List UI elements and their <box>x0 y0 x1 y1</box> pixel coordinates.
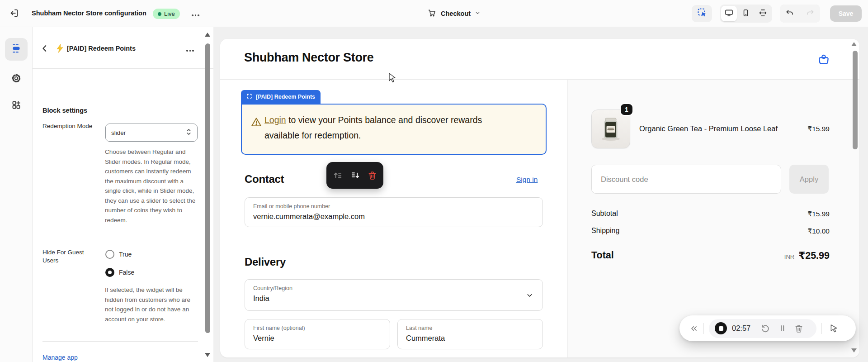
last-name-field[interactable]: Last name Cummerata <box>397 319 543 349</box>
recorder-controls: 02:57 <box>709 319 816 338</box>
hide-guest-label: Hide For Guest Users <box>42 248 99 265</box>
first-name-field[interactable]: First name (optional) Vernie <box>245 319 390 349</box>
select-caret-icon <box>186 128 192 137</box>
total-amount: INR ₹25.99 <box>784 250 830 262</box>
radio-option-true[interactable]: True <box>105 250 132 259</box>
warning-message: Login to view your Points balance and di… <box>264 112 519 143</box>
radio-false-label: False <box>119 269 134 276</box>
email-field[interactable]: Email or mobile phone number vernie.cumm… <box>245 197 543 227</box>
sidebar-item-sections[interactable] <box>5 38 28 61</box>
radio-true-label: True <box>119 251 132 258</box>
section-title: Block settings <box>42 107 87 114</box>
viewport-segmented-control <box>720 5 772 23</box>
divider <box>42 341 198 342</box>
undo-button[interactable] <box>780 5 800 23</box>
apply-discount-button[interactable]: Apply <box>789 165 829 194</box>
panel-scrollbar-thumb[interactable] <box>205 43 210 333</box>
selection-corners-icon <box>246 93 252 100</box>
shipping-value: ₹10.00 <box>807 227 830 235</box>
fullwidth-view-button[interactable] <box>755 6 771 21</box>
email-field-value: vernie.cummerata@example.com <box>253 212 365 221</box>
panel-scrollbar-down[interactable] <box>205 353 210 357</box>
page-selector-label: Checkout <box>441 10 471 17</box>
panel-scroll-area: Block settings Redemption Mode slider Ch… <box>33 69 213 362</box>
sidebar-item-apps[interactable] <box>5 95 28 117</box>
panel-scrollbar-up[interactable] <box>205 33 210 37</box>
country-label: Country/Region <box>253 285 292 291</box>
delete-block-button[interactable] <box>366 170 378 181</box>
radio-option-false[interactable]: False <box>105 268 134 277</box>
ellipsis-icon <box>192 14 199 16</box>
editor-sidebar <box>0 27 33 362</box>
fullwidth-icon <box>758 8 768 19</box>
collapse-toolbar-button[interactable] <box>689 324 698 333</box>
restart-recording-button[interactable] <box>759 322 772 335</box>
shipping-label: Shipping <box>591 227 619 235</box>
login-link[interactable]: Login <box>264 115 286 125</box>
total-label: Total <box>591 250 614 261</box>
warning-message-text: to view your Points balance and discover… <box>264 115 482 140</box>
move-block-down-button[interactable] <box>349 170 361 181</box>
first-name-value: Vernie <box>253 334 274 343</box>
inspector-icon <box>697 7 708 20</box>
pointer-tool-button[interactable] <box>827 322 840 335</box>
pause-recording-button[interactable] <box>775 322 789 335</box>
discount-code-input[interactable] <box>591 165 781 194</box>
topbar-actions: Save <box>692 0 862 27</box>
redemption-mode-label: Redemption Mode <box>42 122 99 130</box>
points-warning-banner: Login to view your Points balance and di… <box>241 104 547 155</box>
last-name-value: Cummerata <box>406 334 445 343</box>
radio-selected-icon <box>105 268 114 277</box>
preview-scrollbar-up[interactable] <box>851 42 857 46</box>
discard-recording-button[interactable] <box>792 322 806 335</box>
block-title: [PAID] Redeem Points <box>67 45 136 52</box>
lightning-icon <box>56 44 64 55</box>
configuration-title: Shubham Nector Store configuration <box>32 10 146 17</box>
save-button[interactable]: Save <box>830 5 862 22</box>
selected-block-badge[interactable]: [PAID] Redeem Points <box>241 90 321 104</box>
recording-timer: 02:57 <box>732 324 755 333</box>
back-button[interactable] <box>40 43 51 54</box>
mobile-view-button[interactable] <box>738 6 754 21</box>
preview-scrollbar-down[interactable] <box>851 348 857 352</box>
divider <box>821 323 822 334</box>
checkout-editor-app: Shubham Nector Store configuration Live … <box>0 0 868 362</box>
stop-recording-button[interactable] <box>715 322 727 334</box>
move-block-up-button[interactable] <box>332 170 344 181</box>
cart-bag-button[interactable] <box>816 52 831 67</box>
desktop-view-button[interactable] <box>721 6 737 21</box>
mobile-icon <box>741 9 750 19</box>
cart-icon <box>427 8 437 19</box>
email-field-label: Email or mobile phone number <box>253 203 330 210</box>
total-value: ₹25.99 <box>798 250 830 262</box>
redo-button[interactable] <box>800 5 820 23</box>
chevron-down-icon <box>475 10 481 18</box>
inspect-mode-button[interactable] <box>692 5 712 22</box>
warning-icon <box>250 116 262 130</box>
topbar-more-menu[interactable] <box>190 13 201 18</box>
redemption-mode-value: slider <box>111 129 126 136</box>
manage-app-link[interactable]: Manage app <box>42 354 78 361</box>
checkout-preview: Shubham Nector Store [PAID] Redeem Point… <box>220 39 859 357</box>
total-currency: INR <box>784 253 794 260</box>
first-name-label: First name (optional) <box>253 325 305 331</box>
block-more-menu[interactable] <box>184 48 196 53</box>
checkout-header: Shubham Nector Store <box>220 39 859 80</box>
store-name: Shubham Nector Store <box>244 51 374 65</box>
preview-scrollbar-thumb[interactable] <box>853 51 858 149</box>
last-name-label: Last name <box>406 325 432 331</box>
redemption-mode-select[interactable]: slider <box>105 124 198 142</box>
country-value: India <box>253 294 269 303</box>
block-action-toolbar <box>326 162 383 189</box>
exit-icon <box>9 8 19 20</box>
gear-icon <box>11 73 22 86</box>
sign-in-link[interactable]: Sign in <box>516 176 538 184</box>
sidebar-item-settings[interactable] <box>5 68 28 90</box>
exit-button[interactable] <box>8 8 21 20</box>
subtotal-value: ₹15.99 <box>807 210 830 218</box>
undo-icon <box>785 8 794 19</box>
page-selector-dropdown[interactable]: Checkout <box>427 6 481 21</box>
country-select[interactable]: Country/Region India <box>245 279 543 311</box>
apps-icon <box>11 100 22 112</box>
sections-icon <box>10 43 22 56</box>
